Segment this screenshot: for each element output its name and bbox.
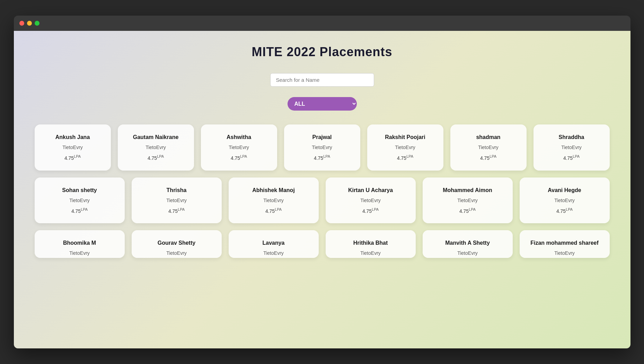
placement-card-partial[interactable]: Fizan mohammed shareef TietoEvry [520, 230, 610, 258]
cards-row-1: Ankush Jana TietoEvry 4.75LPA Gautam Nai… [35, 124, 610, 171]
maximize-button[interactable] [35, 21, 39, 26]
card-name: Lavanya [262, 240, 284, 246]
placement-card[interactable]: Avani Hegde TietoEvry 4.75LPA [520, 177, 610, 224]
placement-card[interactable]: Mohammed Aimon TietoEvry 4.75LPA [423, 177, 513, 224]
card-name: shadman [476, 134, 500, 140]
card-name: Gautam Naikrane [133, 134, 179, 140]
card-salary: 4.75LPA [231, 154, 247, 161]
card-salary: 4.75LPA [148, 154, 164, 161]
card-company: TietoEvry [62, 145, 83, 150]
card-company: TietoEvry [166, 250, 187, 256]
card-name: Manvith A Shetty [445, 240, 490, 246]
card-salary: 4.75LPA [459, 207, 476, 214]
placement-card[interactable]: shadman TietoEvry 4.75LPA [450, 124, 527, 171]
search-container [35, 73, 610, 87]
placement-card[interactable]: Abhishek Manoj TietoEvry 4.75LPA [229, 177, 319, 224]
card-salary: 4.75LPA [168, 207, 185, 214]
placement-card-partial[interactable]: Bhoomika M TietoEvry [35, 230, 125, 258]
card-name: Rakshit Poojari [385, 134, 425, 140]
card-company: TietoEvry [312, 145, 332, 150]
minimize-button[interactable] [27, 21, 32, 26]
placement-card-partial[interactable]: Gourav Shetty TietoEvry [132, 230, 222, 258]
titlebar [14, 16, 630, 31]
main-content: MITE 2022 Placements ALL TietoEvry Infos… [14, 31, 630, 348]
placement-card[interactable]: Rakshit Poojari TietoEvry 4.75LPA [367, 124, 443, 171]
placement-card-partial[interactable]: Manvith A Shetty TietoEvry [423, 230, 513, 258]
placement-card[interactable]: Shraddha TietoEvry 4.75LPA [533, 124, 610, 171]
card-company: TietoEvry [395, 145, 415, 150]
page-title: MITE 2022 Placements [35, 45, 610, 59]
card-salary: 4.75LPA [397, 154, 413, 161]
card-company: TietoEvry [561, 145, 582, 150]
card-company: TietoEvry [263, 198, 284, 203]
placement-card[interactable]: Ashwitha TietoEvry 4.75LPA [201, 124, 277, 171]
card-salary: 4.75LPA [480, 154, 496, 161]
card-name: Bhoomika M [63, 240, 96, 246]
card-company: TietoEvry [360, 198, 381, 203]
card-name: Prajwal [312, 134, 332, 140]
placement-card[interactable]: Thrisha TietoEvry 4.75LPA [132, 177, 222, 224]
card-name: Sohan shetty [62, 187, 97, 193]
placement-card[interactable]: Kirtan U Acharya TietoEvry 4.75LPA [326, 177, 416, 224]
card-company: TietoEvry [166, 198, 187, 203]
company-filter-select[interactable]: ALL TietoEvry Infosys Wipro TCS [288, 97, 357, 111]
cards-row-2: Sohan shetty TietoEvry 4.75LPA Thrisha T… [35, 177, 610, 224]
card-name: Fizan mohammed shareef [530, 240, 599, 246]
card-company: TietoEvry [457, 198, 478, 203]
card-name: Ankush Jana [55, 134, 90, 140]
card-name: Gourav Shetty [158, 240, 195, 246]
card-company: TietoEvry [457, 250, 478, 256]
card-name: Hrithika Bhat [353, 240, 388, 246]
placement-card[interactable]: Sohan shetty TietoEvry 4.75LPA [35, 177, 125, 224]
card-salary: 4.75LPA [314, 154, 330, 161]
card-company: TietoEvry [554, 250, 575, 256]
card-salary: 4.75LPA [265, 207, 282, 214]
card-name: Thrisha [167, 187, 187, 193]
placement-card[interactable]: Gautam Naikrane TietoEvry 4.75LPA [118, 124, 194, 171]
card-name: Kirtan U Acharya [348, 187, 393, 193]
card-company: TietoEvry [229, 145, 249, 150]
search-input[interactable] [270, 73, 374, 87]
card-salary: 4.75LPA [563, 154, 580, 161]
cards-row-3: Bhoomika M TietoEvry Gourav Shetty Tieto… [35, 230, 610, 258]
card-company: TietoEvry [145, 145, 166, 150]
card-name: Mohammed Aimon [443, 187, 492, 193]
card-company: TietoEvry [478, 145, 499, 150]
card-company: TietoEvry [69, 250, 90, 256]
card-company: TietoEvry [360, 250, 381, 256]
filter-container: ALL TietoEvry Infosys Wipro TCS [35, 97, 610, 111]
app-window: MITE 2022 Placements ALL TietoEvry Infos… [14, 16, 630, 348]
card-company: TietoEvry [263, 250, 284, 256]
card-salary: 4.75LPA [71, 207, 88, 214]
card-company: TietoEvry [554, 198, 575, 203]
placement-card-partial[interactable]: Lavanya TietoEvry [229, 230, 319, 258]
card-company: TietoEvry [69, 198, 90, 203]
close-button[interactable] [19, 21, 24, 26]
card-salary: 4.75LPA [64, 154, 81, 161]
placement-card-partial[interactable]: Hrithika Bhat TietoEvry [326, 230, 416, 258]
card-salary: 4.75LPA [556, 207, 573, 214]
card-name: Shraddha [559, 134, 584, 140]
placement-card[interactable]: Prajwal TietoEvry 4.75LPA [284, 124, 360, 171]
placement-card[interactable]: Ankush Jana TietoEvry 4.75LPA [35, 124, 111, 171]
card-salary: 4.75LPA [362, 207, 379, 214]
card-name: Abhishek Manoj [252, 187, 295, 193]
card-name: Ashwitha [227, 134, 251, 140]
card-name: Avani Hegde [548, 187, 581, 193]
